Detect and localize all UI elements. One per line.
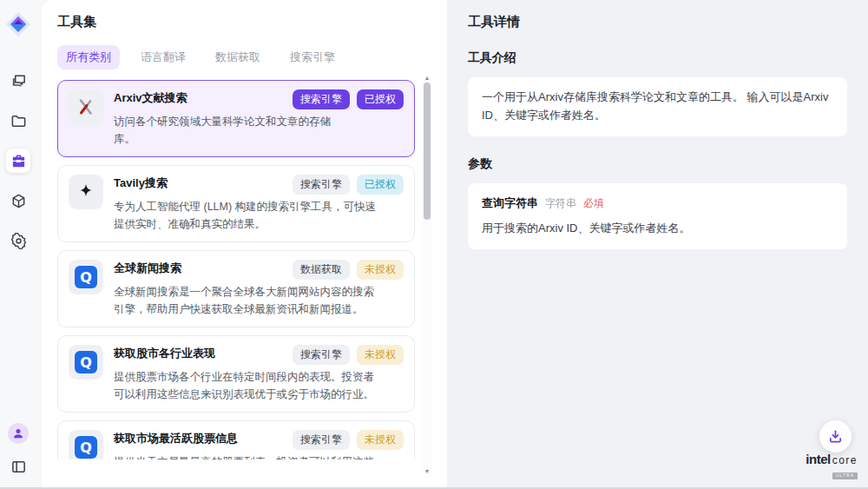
category-badge: 搜索引擎 xyxy=(293,175,350,195)
tool-card-arxiv[interactable]: Arxiv文献搜索 搜索引擎 已授权 访问各个研究领域大量科学论文和文章的存储库… xyxy=(57,80,415,157)
ultra-badge: ULTRA xyxy=(832,472,858,479)
tool-desc: 专为人工智能代理 (LLM) 构建的搜索引擎工具，可快速提供实时、准确和真实的结… xyxy=(114,198,378,233)
tool-desc: 全球新闻搜索是一个聚合全球各大新闻网站内容的搜索引擎，帮助用户快速获取全球最新资… xyxy=(114,283,378,318)
param-desc: 用于搜索的Arxiv ID、关键字或作者姓名。 xyxy=(482,220,833,238)
auth-badge: 未授权 xyxy=(357,430,404,450)
list-scrollbar[interactable]: ▲ ▼ xyxy=(423,75,431,475)
category-badge: 数据获取 xyxy=(293,260,350,280)
tool-name: 全球新闻搜索 xyxy=(114,260,181,276)
settings-gear-icon[interactable] xyxy=(6,228,30,253)
core-wordmark: core xyxy=(832,455,858,466)
tool-card-active-stocks[interactable]: Q 获取市场最活跃股票信息 搜索引擎 未授权 提供当天交易量最高的股票列表，投资… xyxy=(57,420,415,459)
category-tabs: 所有类别 语言翻译 数据获取 搜索引擎 xyxy=(57,45,447,69)
intro-heading: 工具介绍 xyxy=(468,50,847,66)
app-window: 工具集 所有类别 语言翻译 数据获取 搜索引擎 Arxiv文献搜索 xyxy=(0,0,868,489)
download-button[interactable] xyxy=(819,420,852,453)
category-badge: 搜索引擎 xyxy=(293,345,350,365)
scrollbar-thumb[interactable] xyxy=(424,83,431,220)
intel-wordmark: intel xyxy=(806,453,830,466)
tool-card-tavily[interactable]: Tavily搜索 搜索引擎 已授权 专为人工智能代理 (LLM) 构建的搜索引擎… xyxy=(57,165,415,242)
folder-icon[interactable] xyxy=(6,109,30,133)
blue-search-app-icon: Q xyxy=(69,430,103,459)
param-card: 查询字符串 字符串 必填 用于搜索的Arxiv ID、关键字或作者姓名。 xyxy=(468,183,847,250)
tool-card-global-news[interactable]: Q 全球新闻搜索 数据获取 未授权 全球新闻搜索是一个聚合全球各大新闻网站内容的… xyxy=(57,250,415,327)
auth-badge: 未授权 xyxy=(357,345,404,365)
person-icon xyxy=(12,427,24,439)
tool-name: Arxiv文献搜索 xyxy=(114,89,187,106)
chat-icon[interactable] xyxy=(6,69,30,93)
tab-translation[interactable]: 语言翻译 xyxy=(132,45,194,69)
tool-name: 获取股市各行业表现 xyxy=(114,345,215,361)
blue-search-app-icon: Q xyxy=(69,345,103,380)
download-icon xyxy=(828,429,843,444)
scroll-down-icon[interactable]: ▼ xyxy=(423,468,431,475)
auth-badge: 已授权 xyxy=(357,89,404,109)
toolbox-icon[interactable] xyxy=(6,149,30,173)
tool-desc: 访问各个研究领域大量科学论文和文章的存储库。 xyxy=(114,113,331,148)
tab-search-engine[interactable]: 搜索引擎 xyxy=(281,45,344,69)
category-badge: 搜索引擎 xyxy=(293,89,350,109)
intel-core-logo: intel core ULTRA xyxy=(806,453,858,479)
tool-name: 获取市场最活跃股票信息 xyxy=(114,430,238,446)
user-avatar[interactable] xyxy=(8,423,29,444)
auth-badge: 已授权 xyxy=(357,175,404,195)
tool-desc: 提供股票市场各个行业在特定时间段内的表现。投资者可以利用这些信息来识别表现优于或… xyxy=(114,368,378,403)
blue-search-app-icon: Q xyxy=(69,260,103,294)
intro-card: 一个用于从Arxiv存储库搜索科学论文和文章的工具。 输入可以是Arxiv ID… xyxy=(468,77,847,136)
cube-icon[interactable] xyxy=(6,188,30,213)
sparkle-star-icon xyxy=(69,175,103,209)
tool-detail-panel: 工具详情 工具介绍 一个用于从Arxiv存储库搜索科学论文和文章的工具。 输入可… xyxy=(447,0,868,487)
arxiv-logo-icon xyxy=(69,89,103,124)
tab-data-fetch[interactable]: 数据获取 xyxy=(207,45,269,69)
param-required-label: 必填 xyxy=(583,195,604,212)
param-type: 字符串 xyxy=(545,195,576,212)
app-logo-icon xyxy=(5,11,31,37)
left-rail xyxy=(0,0,36,487)
auth-badge: 未授权 xyxy=(357,260,404,280)
tool-card-sector-performance[interactable]: Q 获取股市各行业表现 搜索引擎 未授权 提供股票市场各个行业在特定时间段内的表… xyxy=(57,335,415,413)
category-badge: 搜索引擎 xyxy=(293,430,350,450)
param-name: 查询字符串 xyxy=(482,195,538,213)
tool-desc: 提供当天交易量最高的股票列表，投资者可以利用这些信息来识别流动性强的股票和潜在的… xyxy=(114,453,378,459)
params-heading: 参数 xyxy=(468,156,847,172)
toolset-panel: 工具集 所有类别 语言翻译 数据获取 搜索引擎 Arxiv文献搜索 xyxy=(42,0,447,487)
detail-title: 工具详情 xyxy=(468,14,847,30)
panel-toggle-icon[interactable] xyxy=(6,454,30,479)
scroll-up-icon[interactable]: ▲ xyxy=(423,75,431,82)
tab-all-categories[interactable]: 所有类别 xyxy=(57,45,120,69)
toolset-title: 工具集 xyxy=(57,14,447,30)
tool-name: Tavily搜索 xyxy=(114,175,168,191)
tool-list: Arxiv文献搜索 搜索引擎 已授权 访问各个研究领域大量科学论文和文章的存储库… xyxy=(57,80,415,459)
